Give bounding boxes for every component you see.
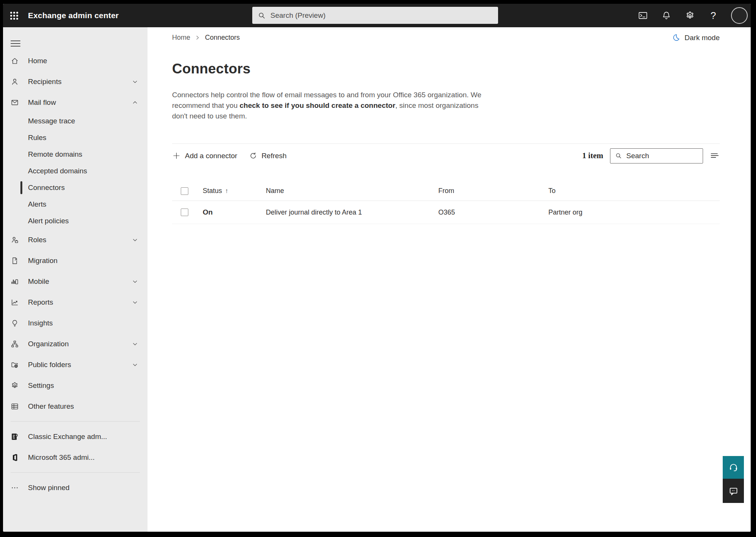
exchange-admin-center-window: Exchange admin center: [3, 4, 751, 532]
row-checkbox[interactable]: [181, 209, 188, 216]
sidebar-item-label: Microsoft 365 admi...: [28, 453, 95, 462]
column-header-status[interactable]: Status ↑: [203, 187, 266, 195]
topbar-actions: ?: [637, 7, 751, 24]
sidebar-item-label: Organization: [28, 340, 69, 348]
chevron-down-icon: [132, 361, 138, 368]
sidebar-item-label: Message trace: [28, 117, 75, 125]
feedback-button[interactable]: [723, 479, 744, 503]
page-description: Connectors help control the flow of emai…: [172, 90, 491, 121]
mobile-icon: [11, 277, 19, 286]
filter-icon[interactable]: [709, 151, 720, 161]
sidebar-item-mobile[interactable]: Mobile: [3, 271, 147, 292]
screenshot-frame: Exchange admin center: [0, 0, 756, 537]
notifications-bell-icon[interactable]: [661, 10, 672, 21]
ellipsis-icon: [11, 484, 19, 492]
sidebar-item-classic-exchange-admin[interactable]: Classic Exchange adm...: [3, 426, 147, 447]
list-search-box[interactable]: [610, 148, 703, 163]
left-navigation: Home Recipients Mail flow: [3, 27, 147, 532]
sidebar-item-remote-domains[interactable]: Remote domains: [3, 146, 147, 163]
add-connector-label: Add a connector: [185, 152, 237, 160]
help-support-button[interactable]: [723, 456, 744, 479]
support-button-stack: [723, 456, 744, 503]
dark-mode-toggle[interactable]: Dark mode: [672, 33, 720, 42]
app-launcher-button[interactable]: [3, 4, 25, 27]
chevron-down-icon: [132, 78, 138, 85]
sidebar-divider: [11, 472, 140, 473]
sidebar-item-roles[interactable]: Roles: [3, 229, 147, 250]
table-header-row: Status ↑ Name From To: [172, 181, 720, 201]
sidebar-item-message-trace[interactable]: Message trace: [3, 113, 147, 129]
sidebar-item-public-folders[interactable]: Public folders: [3, 354, 147, 375]
sidebar-item-label: Other features: [28, 402, 74, 411]
folder-globe-icon: [11, 361, 19, 369]
breadcrumb: Home Connectors: [172, 34, 240, 42]
help-icon[interactable]: ?: [708, 10, 719, 21]
sidebar-item-alerts[interactable]: Alerts: [3, 196, 147, 213]
sidebar-item-mail-flow[interactable]: Mail flow: [3, 92, 147, 113]
top-app-bar: Exchange admin center: [3, 4, 751, 27]
breadcrumb-current: Connectors: [205, 34, 240, 42]
sidebar-item-label: Show pinned: [28, 484, 70, 492]
chevron-right-icon: [195, 35, 200, 40]
sidebar-item-show-pinned[interactable]: Show pinned: [3, 477, 147, 498]
sidebar-item-other-features[interactable]: Other features: [3, 396, 147, 417]
row-name-link[interactable]: Deliver journal directly to Area 1: [266, 209, 438, 216]
column-header-from[interactable]: From: [438, 187, 548, 195]
refresh-button[interactable]: Refresh: [249, 152, 287, 160]
select-all-checkbox[interactable]: [181, 187, 188, 195]
app-title: Exchange admin center: [28, 11, 119, 20]
sidebar-item-home[interactable]: Home: [3, 50, 147, 71]
sidebar-item-alert-policies[interactable]: Alert policies: [3, 213, 147, 229]
sidebar-item-reports[interactable]: Reports: [3, 292, 147, 313]
sidebar-item-accepted-domains[interactable]: Accepted domains: [3, 163, 147, 179]
sidebar-item-label: Insights: [28, 319, 53, 327]
add-connector-button[interactable]: Add a connector: [172, 151, 237, 160]
chevron-up-icon: [132, 99, 138, 106]
row-to: Partner org: [548, 209, 720, 216]
sort-ascending-icon: ↑: [225, 187, 228, 195]
roles-icon: [11, 236, 19, 244]
connectors-table: Status ↑ Name From To On: [172, 181, 720, 224]
sidebar-item-insights[interactable]: Insights: [3, 313, 147, 333]
sidebar-item-recipients[interactable]: Recipients: [3, 71, 147, 92]
headset-icon: [728, 462, 739, 473]
sidebar-item-microsoft-365-admin[interactable]: Microsoft 365 admi...: [3, 447, 147, 468]
account-avatar[interactable]: [731, 7, 748, 24]
person-icon: [11, 78, 19, 86]
list-search-input[interactable]: [626, 152, 698, 160]
create-connector-check-link[interactable]: check to see if you should create a conn…: [239, 101, 395, 109]
microsoft-365-icon: [11, 453, 19, 462]
sidebar-divider: [11, 421, 140, 422]
collapse-nav-button[interactable]: [11, 40, 20, 47]
column-header-to[interactable]: To: [548, 187, 720, 195]
line-chart-icon: [11, 298, 19, 307]
sidebar-item-label: Reports: [28, 298, 53, 307]
sidebar-item-label: Alert policies: [28, 217, 69, 225]
sidebar-item-label: Rules: [28, 134, 47, 142]
table-row: On Deliver journal directly to Area 1 O3…: [172, 201, 720, 224]
refresh-icon: [249, 152, 257, 160]
sidebar-item-migration[interactable]: Migration: [3, 250, 147, 271]
breadcrumb-home-link[interactable]: Home: [172, 34, 190, 42]
home-icon: [11, 57, 19, 65]
migration-icon: [11, 257, 19, 265]
org-chart-icon: [11, 340, 19, 348]
sidebar-item-rules[interactable]: Rules: [3, 129, 147, 146]
chevron-down-icon: [132, 278, 138, 285]
sidebar-item-settings[interactable]: Settings: [3, 375, 147, 396]
moon-icon: [672, 33, 680, 42]
list-toolbar: Add a connector Refresh 1 item: [172, 143, 720, 168]
sidebar-item-label: Recipients: [28, 78, 62, 86]
row-from: O365: [438, 209, 548, 216]
sidebar-item-label: Migration: [28, 257, 57, 265]
global-search-box[interactable]: [252, 7, 498, 24]
column-header-name[interactable]: Name: [266, 187, 438, 195]
sidebar-item-connectors[interactable]: Connectors: [3, 179, 147, 196]
sidebar-item-label: Mobile: [28, 277, 49, 286]
sidebar-item-organization[interactable]: Organization: [3, 333, 147, 354]
global-search-input[interactable]: [270, 11, 493, 20]
refresh-label: Refresh: [261, 152, 287, 160]
settings-gear-icon[interactable]: [684, 10, 695, 21]
chevron-down-icon: [132, 237, 138, 243]
cloud-shell-icon[interactable]: [637, 10, 649, 21]
